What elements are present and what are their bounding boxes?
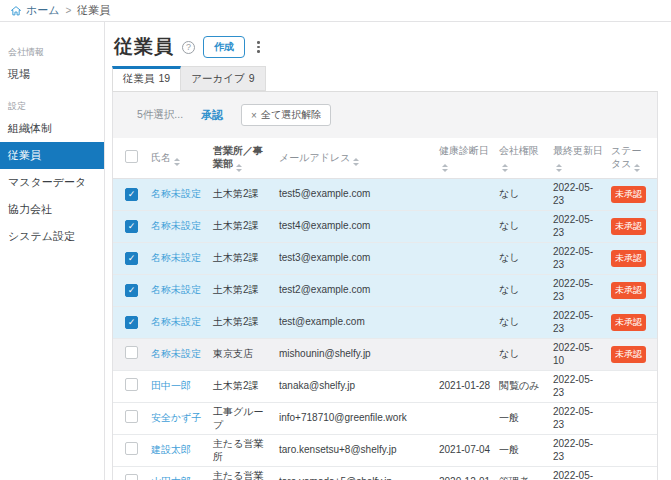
tab-employees-count: 19 — [159, 72, 171, 87]
sort-icon[interactable] — [236, 164, 242, 172]
sort-icon[interactable] — [556, 164, 562, 172]
clear-selection-button[interactable]: × 全て選択解除 — [241, 104, 331, 126]
tab-archive[interactable]: アーカイブ 9 — [181, 66, 265, 91]
sidebar-item-partner-companies[interactable]: 協力会社 — [0, 196, 104, 223]
row-checkbox[interactable] — [125, 410, 138, 423]
sidebar-item-master-data[interactable]: マスターデータ — [0, 169, 104, 196]
select-all-checkbox[interactable] — [125, 150, 138, 163]
header-health-date-label: 健康診断日 — [439, 145, 489, 156]
help-icon[interactable]: ? — [182, 41, 195, 54]
cell-office: 土木第2課 — [211, 371, 277, 403]
employee-name-link[interactable]: 名称未設定 — [151, 188, 201, 199]
breadcrumb-home-link[interactable]: ホーム — [10, 3, 60, 18]
row-checkbox[interactable] — [125, 188, 138, 201]
cell-office: 工事グループ — [211, 403, 277, 435]
employee-name-link[interactable]: 山田太郎 — [151, 476, 191, 480]
tabs: 従業員 19 アーカイブ 9 — [112, 66, 671, 91]
cell-office: 土木第2課 — [211, 211, 277, 243]
sidebar-section-company: 会社情報 — [8, 46, 104, 59]
approve-button[interactable]: 承認 — [201, 108, 223, 123]
sort-icon[interactable] — [634, 164, 640, 172]
employee-name-link[interactable]: 建設太郎 — [151, 444, 191, 455]
cell-status: 未承認 — [609, 339, 657, 371]
sidebar-item-employees[interactable]: 従業員 — [0, 142, 104, 169]
header-name-label: 氏名 — [151, 152, 171, 163]
row-checkbox[interactable] — [125, 316, 138, 329]
header-health-date[interactable]: 健康診断日 — [437, 138, 497, 179]
cell-office: 土木第2課 — [211, 275, 277, 307]
cell-health-date: 2021-01-28 — [437, 371, 497, 403]
main-content: 従業員 ? 作成 従業員 19 アーカイブ 9 5件選択... 承認 × 全て選… — [105, 22, 671, 480]
status-badge: 未承認 — [611, 346, 646, 362]
cell-health-date — [437, 179, 497, 211]
cell-permission: なし — [497, 243, 551, 275]
cell-updated: 2022-05-23 — [551, 467, 609, 480]
cell-name: 安全かず子 — [149, 403, 211, 435]
header-updated[interactable]: 最終更新日 — [551, 138, 609, 179]
tab-archive-label: アーカイブ — [191, 72, 244, 86]
cell-email: test3@example.com — [277, 243, 437, 275]
employee-table-header: 氏名 営業所／事業部 メールアドレス 健康診断日 会社権限 最終更新日 ステータ… — [113, 138, 657, 179]
sidebar-item-genba[interactable]: 現場 — [0, 61, 104, 88]
selection-count-text: 5件選択... — [137, 108, 183, 122]
cell-name: 名称未設定 — [149, 275, 211, 307]
employee-name-link[interactable]: 名称未設定 — [151, 252, 201, 263]
sort-icon[interactable] — [502, 164, 508, 172]
sidebar-item-organization[interactable]: 組織体制 — [0, 115, 104, 142]
cell-health-date — [437, 211, 497, 243]
cell-status: 未承認 — [609, 179, 657, 211]
table-row: 名称未設定 土木第2課 test4@example.com なし 2022-05… — [113, 211, 657, 243]
cell-office: 東京支店 — [211, 339, 277, 371]
cell-updated: 2022-05-23 — [551, 275, 609, 307]
header-permission[interactable]: 会社権限 — [497, 138, 551, 179]
row-checkbox[interactable] — [125, 284, 138, 297]
employee-name-link[interactable]: 名称未設定 — [151, 348, 201, 359]
header-name[interactable]: 氏名 — [149, 138, 211, 179]
cell-checkbox — [113, 467, 149, 480]
table-row: 山田太郎 主たる営業所 taro.yamada+5@shelfy.jp 2020… — [113, 467, 657, 480]
employee-name-link[interactable]: 名称未設定 — [151, 220, 201, 231]
cell-updated: 2022-05-23 — [551, 403, 609, 435]
create-button[interactable]: 作成 — [203, 36, 245, 58]
row-checkbox[interactable] — [125, 220, 138, 233]
sort-icon[interactable] — [442, 164, 448, 172]
header-select-all[interactable] — [113, 138, 149, 179]
header-email-label: メールアドレス — [279, 152, 350, 163]
row-checkbox[interactable] — [125, 474, 138, 480]
breadcrumb-home-label: ホーム — [26, 3, 60, 18]
row-checkbox[interactable] — [125, 378, 138, 391]
sort-icon[interactable] — [174, 158, 180, 166]
cell-status — [609, 403, 657, 435]
employee-name-link[interactable]: 田中一郎 — [151, 380, 191, 391]
sort-icon[interactable] — [353, 158, 359, 166]
row-checkbox[interactable] — [125, 252, 138, 265]
cell-checkbox — [113, 179, 149, 211]
cell-email: taro.yamada+5@shelfy.jp — [277, 467, 437, 480]
cell-status — [609, 371, 657, 403]
header-office[interactable]: 営業所／事業部 — [211, 138, 277, 179]
cell-status: 未承認 — [609, 211, 657, 243]
title-row: 従業員 ? 作成 — [114, 34, 671, 60]
employee-name-link[interactable]: 名称未設定 — [151, 316, 201, 327]
employee-name-link[interactable]: 名称未設定 — [151, 284, 201, 295]
cell-permission: 管理者 — [497, 467, 551, 480]
cell-checkbox — [113, 243, 149, 275]
employee-name-link[interactable]: 安全かず子 — [151, 412, 201, 423]
header-status[interactable]: ステータス — [609, 138, 657, 179]
sidebar-item-system-settings[interactable]: システム設定 — [0, 223, 104, 250]
cell-office: 土木第2課 — [211, 307, 277, 339]
cell-name: 建設太郎 — [149, 435, 211, 467]
table-row: 田中一郎 土木第2課 tanaka@shelfy.jp 2021-01-28 閲… — [113, 371, 657, 403]
cell-health-date — [437, 403, 497, 435]
header-email[interactable]: メールアドレス — [277, 138, 437, 179]
status-badge: 未承認 — [611, 250, 646, 266]
tab-employees[interactable]: 従業員 19 — [112, 66, 181, 91]
row-checkbox[interactable] — [125, 346, 138, 359]
cell-health-date: 2021-07-04 — [437, 435, 497, 467]
cell-permission: なし — [497, 339, 551, 371]
employee-table: 氏名 営業所／事業部 メールアドレス 健康診断日 会社権限 最終更新日 ステータ… — [113, 138, 657, 480]
cell-status: 未承認 — [609, 307, 657, 339]
row-checkbox[interactable] — [125, 442, 138, 455]
more-menu-icon[interactable] — [253, 39, 264, 55]
cell-permission: なし — [497, 211, 551, 243]
